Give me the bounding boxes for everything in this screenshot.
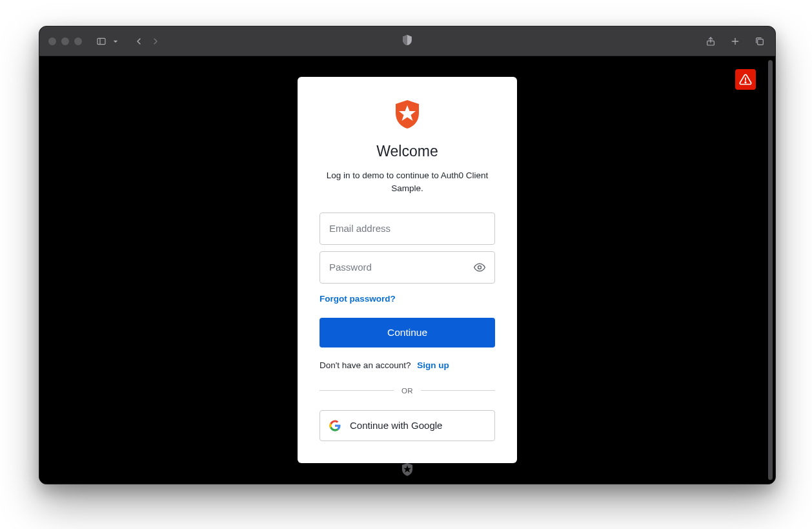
zoom-window-dot[interactable] [74,37,82,45]
svg-point-8 [478,265,482,269]
alert-badge[interactable] [735,69,756,90]
footer-auth0-badge [401,463,413,479]
login-title: Welcome [320,143,495,160]
svg-point-7 [745,82,746,83]
auth0-logo-icon [394,100,420,129]
vertical-scrollbar[interactable] [768,60,773,480]
new-tab-button[interactable] [727,34,743,49]
titlebar [39,26,775,56]
share-button[interactable] [703,34,718,49]
svg-rect-5 [758,39,764,45]
forgot-password-link[interactable]: Forgot password? [320,294,396,304]
logo-wrap [320,100,495,129]
login-card: Welcome Log in to demo to continue to Au… [298,77,517,463]
continue-with-google-button[interactable]: Continue with Google [320,410,495,441]
sidebar-dropdown-button[interactable] [110,34,121,49]
toggle-password-visibility-button[interactable] [471,258,489,276]
forward-button[interactable] [148,34,163,49]
password-field-wrap [320,251,495,284]
close-window-dot[interactable] [48,37,56,45]
sidebar-toggle-button[interactable] [94,34,109,49]
privacy-shield-icon [403,35,412,48]
google-icon [329,420,341,431]
continue-button[interactable]: Continue [320,318,495,347]
signup-prompt: Don't have an account? [320,360,411,370]
back-button[interactable] [131,34,147,49]
signup-link[interactable]: Sign up [417,360,449,370]
eye-icon [473,261,486,274]
password-field[interactable] [320,251,495,284]
login-subtitle: Log in to demo to continue to Auth0 Clie… [320,169,495,196]
email-field[interactable] [320,213,495,245]
tab-overview-button[interactable] [752,34,767,49]
warning-icon [739,73,752,86]
window-controls [48,37,82,45]
svg-rect-0 [97,38,105,44]
divider-label: OR [394,387,421,395]
divider: OR [320,384,495,396]
browser-window: Welcome Log in to demo to continue to Au… [39,26,776,484]
email-field-wrap [320,213,495,245]
page-content: Welcome Log in to demo to continue to Au… [39,56,775,484]
auth0-badge-icon [401,463,413,476]
minimize-window-dot[interactable] [61,37,69,45]
google-button-label: Continue with Google [350,420,442,431]
signup-row: Don't have an account? Sign up [320,360,495,370]
